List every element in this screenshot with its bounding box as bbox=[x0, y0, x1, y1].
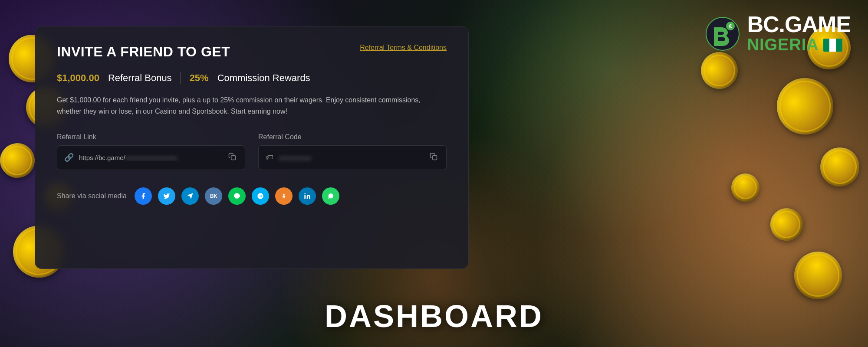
linkedin-button[interactable] bbox=[299, 187, 316, 205]
commission-amount: 25% bbox=[190, 72, 209, 84]
svg-point-6 bbox=[304, 193, 306, 194]
bonus-amount: $1,000.00 bbox=[57, 72, 99, 84]
referral-link-blurred: xxxxxxxxxxxxxxxx bbox=[125, 154, 178, 161]
referral-code-group: Referral Code 🏷 xxxxxxxxxx bbox=[258, 133, 447, 170]
logo-area: € BC.GAME NIGERIA bbox=[705, 13, 851, 54]
referral-link-group: Referral Link 🔗 https://bc.game/xxxxxxxx… bbox=[57, 133, 245, 170]
dashboard-label: DASHBOARD bbox=[325, 298, 543, 334]
telegram-button[interactable] bbox=[181, 187, 199, 205]
skype-button[interactable] bbox=[252, 187, 269, 205]
twitter-button[interactable] bbox=[158, 187, 175, 205]
bonus-label: Referral Bonus bbox=[108, 72, 172, 84]
flag-left bbox=[823, 39, 830, 52]
rewards-row: $1,000.00 Referral Bonus 25% Commission … bbox=[57, 72, 447, 84]
link-icon: 🔗 bbox=[64, 153, 74, 162]
share-label: Share via social media bbox=[57, 192, 127, 200]
nigeria-flag bbox=[823, 39, 842, 52]
referral-link-input-wrapper: 🔗 https://bc.game/xxxxxxxxxxxxxxxx bbox=[57, 145, 245, 170]
flag-right bbox=[836, 39, 842, 52]
nigeria-row: NIGERIA bbox=[747, 36, 851, 54]
copy-code-button[interactable] bbox=[428, 152, 439, 164]
bc-game-text: BC.GAME bbox=[747, 13, 851, 36]
copy-link-button[interactable] bbox=[227, 152, 238, 164]
bc-game-icon: € bbox=[705, 16, 740, 51]
logo-text: BC.GAME NIGERIA bbox=[747, 13, 851, 54]
referral-card: INVITE A FRIEND TO GET Referral Terms & … bbox=[35, 26, 469, 269]
referral-terms-link[interactable]: Referral Terms & Conditions bbox=[360, 44, 447, 52]
social-row: Share via social media ВК bbox=[57, 187, 447, 205]
svg-rect-4 bbox=[433, 156, 437, 160]
referral-code-label: Referral Code bbox=[258, 133, 447, 141]
svg-text:€: € bbox=[729, 23, 732, 29]
invite-title: INVITE A FRIEND TO GET bbox=[57, 44, 230, 60]
flag-center bbox=[829, 39, 836, 52]
referral-code-value: xxxxxxxxxx bbox=[279, 154, 423, 161]
referral-link-value: https://bc.game/xxxxxxxxxxxxxxxx bbox=[79, 154, 221, 161]
fields-row: Referral Link 🔗 https://bc.game/xxxxxxxx… bbox=[57, 133, 447, 170]
commission-label: Commission Rewards bbox=[217, 72, 310, 84]
svg-point-5 bbox=[283, 194, 285, 196]
facebook-button[interactable] bbox=[135, 187, 152, 205]
nigeria-text: NIGERIA bbox=[747, 36, 819, 54]
odnoklassniki-button[interactable] bbox=[275, 187, 293, 205]
referral-link-text: https://bc.game/ bbox=[79, 154, 125, 161]
whatsapp-button[interactable] bbox=[322, 187, 339, 205]
card-header: INVITE A FRIEND TO GET Referral Terms & … bbox=[57, 44, 447, 60]
referral-link-label: Referral Link bbox=[57, 133, 245, 141]
vk-button[interactable]: ВК bbox=[205, 187, 222, 205]
tag-icon: 🏷 bbox=[266, 153, 273, 162]
rewards-divider bbox=[181, 72, 181, 84]
svg-rect-3 bbox=[231, 156, 236, 160]
referral-code-input-wrapper: 🏷 xxxxxxxxxx bbox=[258, 145, 447, 170]
description-text: Get $1,000.00 for each friend you invite… bbox=[57, 95, 430, 118]
line-button[interactable] bbox=[228, 187, 246, 205]
